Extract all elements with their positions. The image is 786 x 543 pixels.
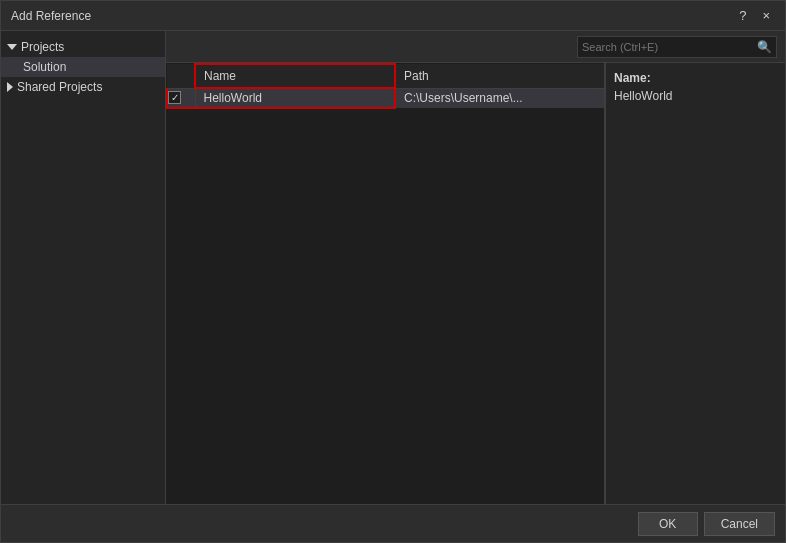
main-content: Projects Solution Shared Projects 🔍 — [1, 31, 785, 504]
table-header: Name Path — [167, 64, 604, 88]
col-header-path: Path — [395, 64, 604, 88]
row-checkbox-cell[interactable]: ✓ — [167, 88, 195, 108]
help-button[interactable]: ? — [734, 7, 751, 24]
ok-button[interactable]: OK — [638, 512, 698, 536]
sidebar-projects-header[interactable]: Projects — [1, 37, 165, 57]
sidebar-item-solution[interactable]: Solution — [1, 57, 165, 77]
title-bar: Add Reference ? × — [1, 1, 785, 31]
table-area: Name Path ✓ HelloWorld C:\Users\Username… — [166, 63, 605, 504]
search-icon-button[interactable]: 🔍 — [753, 40, 776, 54]
sidebar-solution-label: Solution — [23, 60, 66, 74]
close-button[interactable]: × — [757, 7, 775, 24]
triangle-down-icon — [7, 44, 17, 50]
search-input[interactable] — [578, 41, 753, 53]
sidebar-projects-label: Projects — [21, 40, 64, 54]
footer: OK Cancel — [1, 504, 785, 542]
sidebar-shared-projects-header[interactable]: Shared Projects — [1, 77, 165, 97]
col-header-check — [167, 64, 195, 88]
search-box: 🔍 — [577, 36, 777, 58]
properties-name-label: Name: — [614, 71, 777, 85]
top-bar: 🔍 — [166, 31, 785, 63]
reference-table: Name Path ✓ HelloWorld C:\Users\Username… — [166, 63, 604, 109]
table-body: ✓ HelloWorld C:\Users\Username\... — [167, 88, 604, 108]
sidebar-shared-projects-label: Shared Projects — [17, 80, 102, 94]
row-path-cell: C:\Users\Username\... — [395, 88, 604, 108]
properties-name-value: HelloWorld — [614, 89, 777, 103]
cancel-button[interactable]: Cancel — [704, 512, 775, 536]
sidebar: Projects Solution Shared Projects — [1, 31, 166, 504]
row-checkbox[interactable]: ✓ — [168, 91, 181, 104]
row-name-cell: HelloWorld — [195, 88, 395, 108]
content-area: Name Path ✓ HelloWorld C:\Users\Username… — [166, 63, 785, 504]
dialog-title: Add Reference — [11, 9, 91, 23]
title-bar-controls: ? × — [734, 7, 775, 24]
add-reference-dialog: Add Reference ? × Projects Solution Shar… — [0, 0, 786, 543]
table-row[interactable]: ✓ HelloWorld C:\Users\Username\... — [167, 88, 604, 108]
search-icon: 🔍 — [757, 40, 772, 54]
right-panel: 🔍 — [166, 31, 785, 504]
triangle-right-icon — [7, 82, 13, 92]
col-header-name: Name — [195, 64, 395, 88]
properties-panel: Name: HelloWorld — [605, 63, 785, 504]
